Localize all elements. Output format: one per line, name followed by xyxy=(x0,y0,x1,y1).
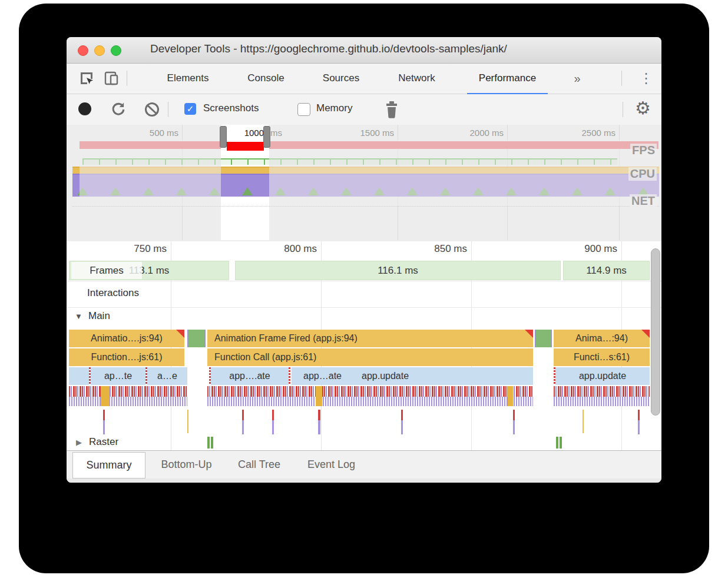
activity-tick xyxy=(103,410,105,434)
gc-tick xyxy=(289,367,290,385)
window-bottom-strip xyxy=(67,479,661,483)
flame-event-app-update[interactable]: ap…te xyxy=(91,367,145,385)
device-toolbar-icon[interactable] xyxy=(103,70,120,87)
raster-task-mark xyxy=(211,437,213,449)
overview-ruler-label: 2500 ms xyxy=(568,128,616,138)
overview-ruler-label: 1500 ms xyxy=(347,128,394,138)
frames-track-label: Frames xyxy=(71,262,142,279)
tab-elements[interactable]: Elements xyxy=(159,64,217,93)
details-tab-bar: Summary Bottom-Up Call Tree Event Log xyxy=(67,450,661,479)
activity-tick xyxy=(401,410,403,434)
layout-activity-patch xyxy=(316,386,322,406)
zoom-traffic-light[interactable] xyxy=(111,45,121,56)
frame-bar[interactable]: 116.1 ms xyxy=(235,261,561,280)
waterfall-ruler-label: 850 ms xyxy=(414,243,467,255)
overview-dim-overlay xyxy=(80,140,221,206)
long-task-warning-triangle xyxy=(176,330,184,338)
flame-event-function-call[interactable]: Function….js:61) xyxy=(69,348,184,366)
vertical-scrollbar[interactable] xyxy=(651,248,660,416)
flame-event-green[interactable] xyxy=(535,330,552,347)
trash-icon[interactable] xyxy=(384,101,399,118)
raster-task-mark xyxy=(556,437,558,449)
tabbar-separator xyxy=(127,71,127,86)
clear-recording-icon[interactable] xyxy=(144,101,160,118)
tab-sources[interactable]: Sources xyxy=(314,64,368,93)
tab-bottom-up[interactable]: Bottom-Up xyxy=(152,452,221,477)
waterfall-ruler-label: 800 ms xyxy=(264,243,317,255)
main-collapse-icon[interactable]: ▼ xyxy=(75,312,82,321)
row-divider xyxy=(67,281,661,281)
flame-event-green[interactable] xyxy=(187,330,206,347)
performance-toolbar: ✓ Screenshots Memory ⚙ xyxy=(67,94,661,125)
capture-settings-gear-icon[interactable]: ⚙ xyxy=(635,98,651,118)
reload-and-record-icon[interactable] xyxy=(110,101,127,118)
activity-tick xyxy=(513,410,515,434)
main-track-label: Main xyxy=(88,310,110,322)
activity-tick-yellow xyxy=(583,410,584,433)
waterfall-ruler-label: 900 ms xyxy=(564,243,617,255)
raster-task-mark xyxy=(207,437,210,449)
record-button[interactable] xyxy=(78,102,91,115)
js-activity-stripes xyxy=(207,386,533,406)
raster-track-label: Raster xyxy=(89,436,118,448)
raster-task-mark xyxy=(560,437,562,449)
inspect-element-icon[interactable] xyxy=(78,70,95,87)
flame-event-app-update[interactable]: a…e xyxy=(147,367,187,385)
overview-dim-overlay xyxy=(269,140,659,206)
flame-event-animation-frame[interactable]: Anima…:94) xyxy=(554,330,650,347)
devtools-window: Developer Tools - https://googlechrome.g… xyxy=(67,37,661,483)
js-activity-stripes xyxy=(554,386,650,406)
row-divider xyxy=(67,307,661,308)
raster-expand-icon[interactable]: ▶ xyxy=(76,438,82,447)
memory-label: Memory xyxy=(316,102,352,114)
screenshots-checkbox[interactable]: ✓ xyxy=(184,103,196,115)
tab-performance[interactable]: Performance xyxy=(467,64,548,95)
overview-ruler-label: 500 ms xyxy=(131,128,178,138)
customize-devtools-icon[interactable]: ⋮ xyxy=(639,71,653,85)
tab-call-tree[interactable]: Call Tree xyxy=(230,452,289,477)
waterfall-ruler-label: 750 ms xyxy=(114,243,167,255)
tab-network[interactable]: Network xyxy=(390,64,444,93)
toolbar-separator-right xyxy=(623,102,623,117)
timeline-overview[interactable]: 500 ms 1000 ms 1500 ms 2000 ms 2500 ms xyxy=(67,125,661,242)
net-chart-label: NET xyxy=(630,194,657,208)
devtools-tab-bar: Elements Console Sources Network Perform… xyxy=(67,64,661,94)
layout-activity-patch xyxy=(101,386,110,406)
memory-checkbox[interactable] xyxy=(297,103,310,116)
tab-console[interactable]: Console xyxy=(239,64,293,93)
flame-event-animation-frame[interactable]: Animation Frame Fired (app.js:94) xyxy=(207,330,533,347)
js-activity-stripes xyxy=(69,386,187,406)
more-tabs-icon[interactable]: » xyxy=(568,64,586,93)
frame-bar[interactable]: 114.9 ms xyxy=(563,261,650,280)
cpu-chart-label: CPU xyxy=(628,167,657,181)
activity-tick xyxy=(318,410,320,434)
layout-activity-patch xyxy=(508,386,513,406)
flame-event-app-update[interactable]: app…ate xyxy=(292,367,353,385)
flame-event-function-call[interactable]: Functi…s:61) xyxy=(554,348,650,366)
selection-left-handle[interactable] xyxy=(220,126,227,148)
toolbar-separator xyxy=(168,102,168,117)
selection-right-handle[interactable] xyxy=(263,126,270,148)
minimize-traffic-light[interactable] xyxy=(94,45,105,56)
flame-event-app-update[interactable]: app….ate xyxy=(211,367,289,385)
title-bar[interactable]: Developer Tools - https://googlechrome.g… xyxy=(67,37,661,64)
tab-event-log[interactable]: Event Log xyxy=(297,452,365,477)
flame-event-function-call[interactable]: Function Call (app.js:61) xyxy=(207,348,533,366)
flame-chart-panel[interactable]: 750 ms 800 ms 850 ms 900 ms 113.1 ms 116… xyxy=(67,241,661,450)
close-traffic-light[interactable] xyxy=(78,45,88,56)
long-task-warning-triangle xyxy=(641,330,650,338)
screenshots-label: Screenshots xyxy=(203,102,259,114)
window-title: Developer Tools - https://googlechrome.g… xyxy=(150,42,507,55)
flame-event-app-update[interactable]: app.update xyxy=(353,367,533,385)
interactions-track-label: Interactions xyxy=(87,287,139,299)
flame-event-app-update[interactable] xyxy=(69,367,89,385)
long-task-warning-triangle xyxy=(525,330,533,338)
tabbar-separator-right xyxy=(621,71,622,86)
tab-summary[interactable]: Summary xyxy=(72,452,145,479)
flame-event-app-update[interactable]: app.update xyxy=(555,367,650,385)
overview-ruler-label: 2000 ms xyxy=(456,128,504,138)
screenshot-stage: Developer Tools - https://googlechrome.g… xyxy=(0,0,728,578)
flame-event-animation-frame[interactable]: Animatio….js:94) xyxy=(69,330,184,347)
overview-ruler-label: ms xyxy=(270,128,287,138)
fps-chart-label: FPS xyxy=(630,144,657,157)
